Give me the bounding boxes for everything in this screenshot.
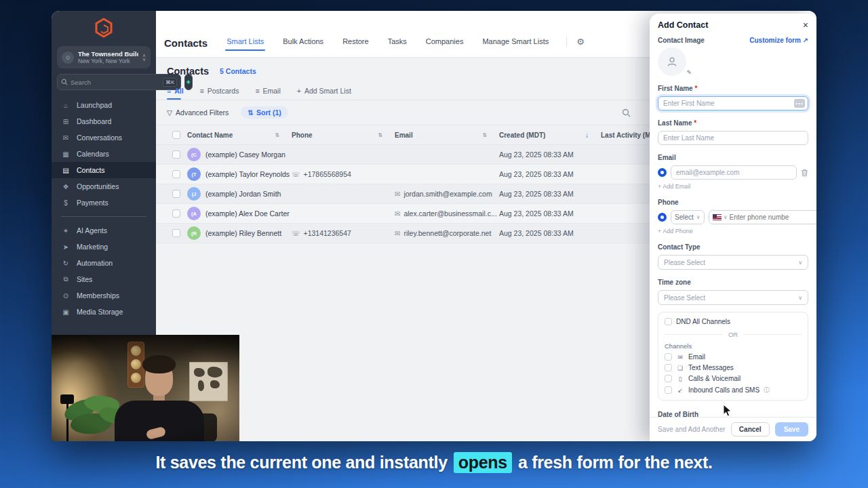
sidebar-item-sites[interactable]: ⧉Sites <box>52 271 156 287</box>
sort-button[interactable]: ⇅Sort (1) <box>241 106 288 119</box>
first-name-label: First Name <box>658 85 693 92</box>
contact-name[interactable]: (example) Taylor Reynolds <box>205 170 290 178</box>
sidebar-item-dashboard[interactable]: ⊞Dashboard <box>52 113 156 129</box>
advanced-filters-button[interactable]: ▽Advanced Filters <box>167 108 229 117</box>
sort-caret-icon[interactable]: ⇅ <box>482 132 487 138</box>
plus-icon: + <box>297 87 301 95</box>
sidebar-item-memberships[interactable]: ⊙Memberships <box>52 287 156 304</box>
table-search-button[interactable] <box>622 108 631 117</box>
select-all-checkbox[interactable] <box>172 131 180 139</box>
autofill-icon[interactable]: ••• <box>794 99 805 108</box>
panel-title: Add Contact <box>658 20 708 30</box>
contact-name[interactable]: (example) Alex Doe Carter <box>205 209 290 218</box>
add-contact-panel: Add Contact × Contact Image Customize fo… <box>650 14 816 441</box>
phone-type-select[interactable]: Select∨ <box>671 210 705 224</box>
webcam-video-overlay <box>52 335 239 441</box>
phone-primary-radio[interactable] <box>658 213 667 222</box>
email-value: alex.carter@businessmail.c... <box>403 209 496 218</box>
channel-text-checkbox[interactable] <box>665 364 672 371</box>
row-checkbox[interactable] <box>172 190 180 198</box>
add-phone-link[interactable]: + Add Phone <box>658 228 808 235</box>
info-icon[interactable]: ⓘ <box>764 386 770 394</box>
sort-desc-icon[interactable]: ↓ <box>585 131 589 139</box>
last-name-input[interactable] <box>658 131 808 145</box>
sidebar-item-automation[interactable]: ↻Automation <box>52 255 156 271</box>
account-avatar: ☺ <box>62 52 74 64</box>
contact-image-upload[interactable]: ✎ <box>658 47 686 76</box>
save-and-add-another-button[interactable]: Save and Add Another <box>658 426 726 433</box>
sidebar-item-contacts[interactable]: ▤Contacts <box>52 162 156 178</box>
avatar: (T <box>187 167 201 181</box>
phone-input-group[interactable]: ∨ <box>709 210 816 224</box>
search-input[interactable] <box>71 79 160 86</box>
chevron-down-icon: ∨ <box>798 260 802 266</box>
sidebar-item-media-storage[interactable]: ▣Media Storage <box>52 304 156 320</box>
first-name-input[interactable] <box>658 96 808 110</box>
gear-icon[interactable]: ⚙ <box>576 37 585 47</box>
created-date: Aug 23, 2025 08:33 AM <box>499 170 601 178</box>
dob-label: Date of Birth <box>658 411 698 417</box>
external-link-icon: ↗ <box>803 37 808 44</box>
subtab-postcards[interactable]: ≡Postcards <box>200 81 239 100</box>
add-smart-list-button[interactable]: +Add Smart List <box>297 81 351 100</box>
channel-email-checkbox[interactable] <box>665 353 672 361</box>
contacts-heading: Contacts <box>167 66 209 77</box>
row-checkbox[interactable] <box>172 170 180 178</box>
sidebar-item-ai-agents[interactable]: ✶AI Agents <box>52 222 156 239</box>
sidebar-item-conversations[interactable]: ✉Conversations <box>52 129 156 146</box>
subtab-all[interactable]: ≡All <box>167 81 184 100</box>
mobile-phone-icon: ▯ <box>676 375 684 382</box>
channel-inbound-checkbox[interactable] <box>665 386 672 394</box>
automation-icon: ↻ <box>61 260 71 267</box>
trash-icon[interactable] <box>801 169 808 177</box>
channel-calls-checkbox[interactable] <box>665 375 672 382</box>
ai-agents-icon: ✶ <box>61 227 71 235</box>
caption-text-before: It saves the current one and instantly <box>155 453 447 472</box>
account-name: The Townsend Buildi... <box>78 50 138 58</box>
tab-manage-smart-lists[interactable]: Manage Smart Lists <box>481 30 550 55</box>
email-value: jordan.smith@example.com <box>403 190 492 198</box>
timezone-select[interactable]: Please Select∨ <box>658 290 808 305</box>
contact-name[interactable]: (example) Casey Morgan <box>205 150 285 159</box>
sidebar-item-marketing[interactable]: ➤Marketing <box>52 239 156 255</box>
sidebar-item-calendars[interactable]: ▦Calendars <box>52 146 156 162</box>
account-switcher[interactable]: ☺ The Townsend Buildi... New York, New Y… <box>57 46 151 68</box>
pencil-icon[interactable]: ✎ <box>686 69 692 76</box>
sort-caret-icon[interactable]: ⇅ <box>378 132 382 138</box>
tab-tasks[interactable]: Tasks <box>387 30 408 55</box>
email-input[interactable] <box>671 165 797 180</box>
phone-input[interactable] <box>730 214 816 221</box>
tab-smart-lists[interactable]: Smart Lists <box>225 30 265 55</box>
last-name-label: Last Name <box>658 119 692 127</box>
sidebar-item-payments[interactable]: $Payments <box>52 195 156 211</box>
customize-form-link[interactable]: Customize form ↗ <box>749 37 808 44</box>
sites-icon: ⧉ <box>61 275 71 283</box>
dnd-all-label: DND All Channels <box>676 318 730 325</box>
tab-restore[interactable]: Restore <box>341 30 370 55</box>
dnd-all-checkbox[interactable] <box>665 318 672 325</box>
us-flag-icon <box>713 214 722 220</box>
add-email-link[interactable]: + Add Email <box>658 183 808 190</box>
contact-type-select[interactable]: Please Select∨ <box>658 255 808 270</box>
close-icon[interactable]: × <box>803 20 808 30</box>
col-contact-name: Contact Name <box>187 131 233 139</box>
email-primary-radio[interactable] <box>658 168 667 177</box>
phone-value: +13141236547 <box>304 229 351 237</box>
contact-name[interactable]: (example) Jordan Smith <box>205 190 281 198</box>
save-button[interactable]: Save <box>775 422 808 436</box>
sidebar-item-launchpad[interactable]: ⌂Launchpad <box>52 97 156 113</box>
tab-companies[interactable]: Companies <box>425 30 465 55</box>
subtab-email[interactable]: ≡Email <box>255 81 280 100</box>
col-email: Email <box>395 131 413 139</box>
row-checkbox[interactable] <box>172 209 180 218</box>
panel-footer: Save and Add Another Cancel Save <box>650 417 816 441</box>
row-checkbox[interactable] <box>172 150 180 159</box>
caption-highlight: opens <box>454 452 512 473</box>
cancel-button[interactable]: Cancel <box>731 422 770 436</box>
row-checkbox[interactable] <box>172 229 180 237</box>
sidebar-item-opportunities[interactable]: ❖Opportunities <box>52 178 156 195</box>
tab-bulk-actions[interactable]: Bulk Actions <box>281 30 325 55</box>
sort-caret-icon[interactable]: ⇅ <box>275 132 279 138</box>
created-date: Aug 23, 2025 08:33 AM <box>499 190 601 198</box>
contact-name[interactable]: (example) Riley Bennett <box>205 229 281 237</box>
